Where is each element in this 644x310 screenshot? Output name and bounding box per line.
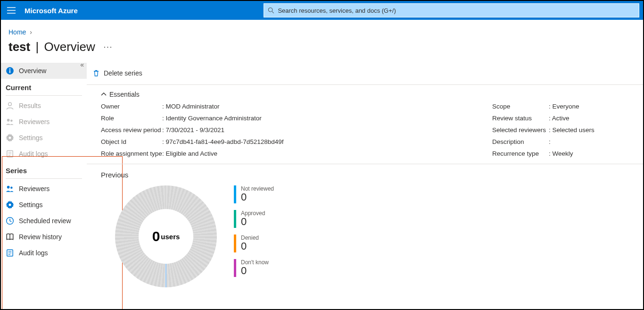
sidebar-item-label: Results (19, 102, 41, 109)
search-icon (268, 7, 274, 14)
svg-point-5 (8, 102, 12, 106)
brand-label: Microsoft Azure (25, 7, 78, 15)
status-label: Review status (492, 115, 549, 122)
sidebar-item-overview[interactable]: Overview (1, 63, 87, 79)
person-icon (6, 101, 14, 110)
sidebar-item-label: Audit logs (19, 249, 48, 257)
role-value: Identity Governance Administrator (162, 115, 407, 122)
toolbar: Delete series (87, 65, 643, 82)
sidebar-item-label: Settings (19, 134, 43, 142)
desc-value (549, 138, 643, 145)
sidebar-group-series: Series (1, 162, 87, 176)
sidebar-item-reviewers-current[interactable]: Reviewers (1, 114, 87, 130)
essentials-label: Essentials (109, 91, 140, 98)
legend: Not reviewed0 Approved0 Denied0 Don't kn… (234, 185, 274, 287)
scope-value: Everyone (549, 103, 643, 110)
delete-series-button[interactable]: Delete series (92, 69, 142, 77)
collapse-icon[interactable]: « (80, 61, 84, 68)
sidebar-item-settings-current[interactable]: Settings (1, 130, 87, 146)
svg-point-14 (7, 186, 10, 189)
sidebar-item-reviewers-series[interactable]: Reviewers (1, 181, 87, 197)
assign-label: Role assignment type (101, 150, 162, 157)
assign-value: Eligible and Active (162, 150, 407, 157)
essentials-toggle[interactable]: Essentials (87, 85, 643, 103)
color-swatch (234, 235, 236, 252)
previous-title: Previous (87, 164, 643, 183)
sidebar-group-current: Current (1, 79, 87, 93)
people-icon (6, 184, 14, 193)
top-bar: Microsoft Azure (1, 1, 643, 20)
svg-point-0 (268, 8, 272, 12)
gear-icon (6, 201, 14, 209)
sidebar-item-audit-current[interactable]: Audit logs (1, 146, 87, 162)
title-name: test (8, 40, 30, 54)
sidebar-item-history[interactable]: Review history (1, 229, 87, 245)
color-swatch (234, 185, 236, 203)
sidebar-item-results[interactable]: Results (1, 98, 87, 114)
title-section: Overview (44, 40, 95, 54)
page-title: test | Overview ··· (1, 39, 643, 63)
desc-label: Description (492, 138, 549, 145)
svg-line-1 (272, 11, 274, 13)
recur-value: Weekly (549, 150, 643, 157)
svg-point-4 (9, 68, 10, 69)
sidebar-item-label: Review history (19, 233, 62, 241)
hamburger-menu-icon[interactable] (1, 1, 22, 20)
clock-icon (6, 217, 14, 225)
color-swatch (234, 259, 236, 277)
sidebar-item-label: Scheduled review (19, 217, 71, 225)
object-value: 97c7db41-fa81-4ee9-adbd-7d52128bd49f (162, 138, 407, 145)
sidebar: « Overview Current Results Reviewers Set… (1, 63, 87, 309)
sidebar-item-label: Reviewers (19, 118, 50, 126)
scope-label: Scope (492, 103, 549, 110)
log-icon (6, 150, 14, 158)
search-input[interactable] (278, 7, 635, 14)
gear-icon (6, 134, 14, 142)
sidebar-item-audit-series[interactable]: Audit logs (1, 245, 87, 261)
svg-point-16 (8, 203, 11, 206)
selrev-label: Selected reviewers (492, 126, 549, 134)
sidebar-item-label: Audit logs (19, 150, 48, 158)
legend-approved: Approved0 (234, 210, 274, 228)
content-pane: Delete series Essentials Owner Role Acce… (87, 63, 643, 309)
essentials-grid: Owner Role Access review period Object I… (87, 103, 643, 157)
donut-chart: 0 users (115, 185, 217, 287)
chevron-up-icon (101, 92, 107, 97)
owner-value: MOD Administrator (162, 103, 407, 110)
search-box[interactable] (264, 3, 639, 17)
period-value: 7/30/2021 - 9/3/2021 (162, 126, 407, 134)
role-label: Role (101, 115, 162, 122)
donut-unit: users (161, 233, 180, 241)
status-value: Active (549, 115, 643, 122)
svg-point-9 (8, 136, 11, 139)
info-icon (6, 67, 14, 75)
color-swatch (234, 210, 236, 228)
svg-point-7 (10, 120, 13, 122)
more-icon[interactable]: ··· (104, 43, 113, 51)
breadcrumb-home[interactable]: Home (8, 28, 26, 36)
trash-icon (92, 69, 100, 77)
chevron-right-icon: › (30, 28, 32, 36)
legend-dont-know: Don't know0 (234, 259, 274, 277)
donut-count: 0 (152, 228, 160, 244)
svg-point-6 (7, 119, 10, 122)
sidebar-item-settings-series[interactable]: Settings (1, 197, 87, 213)
period-label: Access review period (101, 126, 162, 134)
breadcrumb: Home › (1, 20, 643, 39)
legend-not-reviewed: Not reviewed0 (234, 185, 274, 203)
sidebar-item-label: Reviewers (19, 185, 50, 193)
svg-rect-3 (9, 70, 10, 73)
object-label: Object Id (101, 138, 162, 145)
selrev-value: Selected users (549, 126, 643, 134)
sidebar-item-label: Overview (19, 67, 46, 75)
book-icon (6, 233, 14, 241)
log-icon (6, 249, 14, 257)
search-container (264, 1, 643, 20)
delete-series-label: Delete series (104, 69, 142, 77)
people-icon (6, 117, 14, 126)
recur-label: Recurrence type (492, 150, 549, 157)
legend-denied: Denied0 (234, 235, 274, 252)
sidebar-item-label: Settings (19, 201, 43, 209)
sidebar-item-scheduled[interactable]: Scheduled review (1, 213, 87, 229)
owner-label: Owner (101, 103, 162, 110)
